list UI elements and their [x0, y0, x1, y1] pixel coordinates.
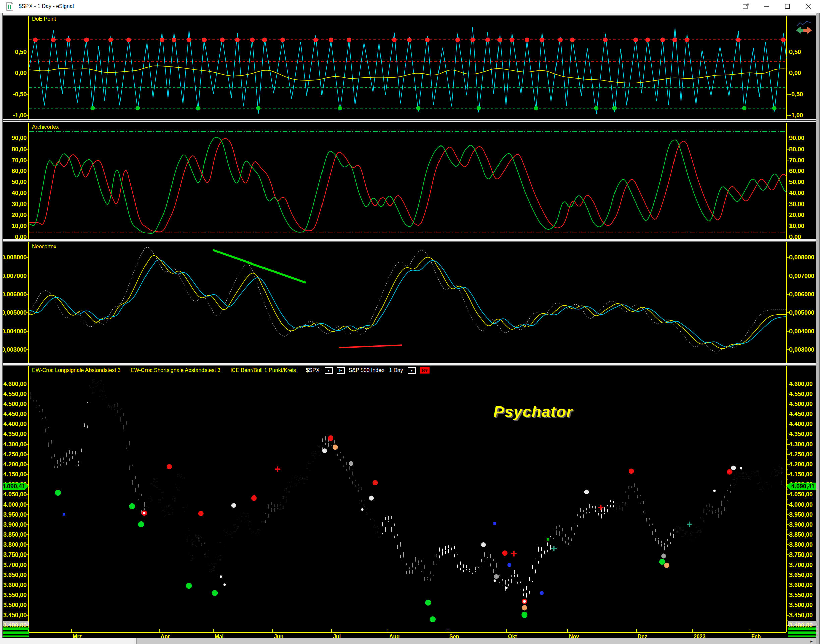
- interval-dropdown-button[interactable]: ▾: [408, 367, 416, 374]
- price-signal-markers: [55, 435, 742, 622]
- price-tick-label: 4.400,00: [3, 421, 27, 428]
- candle-down: [120, 410, 122, 417]
- doe-top-signal-dot: [570, 37, 575, 42]
- price-tick-label: 4.500,00: [3, 400, 27, 407]
- scrollbar-thumb[interactable]: [0, 638, 137, 644]
- price-tick-label-right: 3.700,00: [789, 561, 812, 568]
- archicortex-tick-label-right: 20,00: [789, 212, 804, 218]
- candle-up: [507, 581, 510, 584]
- candle-down: [366, 509, 368, 514]
- candle-up: [607, 506, 609, 509]
- candle-down: [48, 428, 50, 443]
- candle-up: [429, 574, 431, 579]
- candle-down: [613, 503, 615, 505]
- study-label-ew-croc-short[interactable]: EW-Croc Shortsignale Abstandstest 3: [131, 367, 220, 373]
- price-tick-label-right: 3.550,00: [789, 592, 812, 598]
- archicortex-tick-label: 10,00: [12, 222, 27, 229]
- candle-down: [159, 488, 161, 499]
- candle-up: [243, 516, 245, 517]
- doe-top-signal-dot: [33, 37, 38, 42]
- doe-top-signal-dot: [187, 37, 192, 42]
- candle-up: [81, 452, 83, 462]
- doe-point-tick-label-right: -0,50: [789, 91, 803, 98]
- candle-down: [252, 529, 254, 534]
- marker-green-circle-long-signal: [659, 558, 665, 564]
- panel-divider-top[interactable]: [0, 13, 820, 17]
- candle-down: [462, 568, 464, 570]
- popout-button[interactable]: [736, 0, 756, 13]
- price-tick-label-right: 4.400,00: [789, 421, 812, 428]
- study-label-ew-croc-long[interactable]: EW-Croc Longsignale Abstandstest 3: [32, 367, 121, 373]
- candle-down: [778, 471, 780, 474]
- doe-point-tick-label: 0,00: [15, 70, 27, 77]
- neocortex-tick-label: 0,006000: [2, 291, 27, 298]
- price-tick-label-right: 4.000,00: [789, 501, 812, 508]
- panel-divider-3[interactable]: [0, 363, 820, 366]
- candle-up: [267, 509, 269, 514]
- candle-up: [327, 442, 329, 443]
- current-price-tags: 4.090,414.090,41: [2, 483, 817, 490]
- marker-white-circle: [584, 490, 589, 494]
- candle-down: [631, 488, 633, 489]
- maximize-button[interactable]: [777, 0, 798, 13]
- candle-up: [628, 489, 630, 495]
- price-tick-label: 3.600,00: [3, 582, 27, 588]
- interval-label[interactable]: 1 Day: [389, 367, 403, 373]
- candle-down: [655, 532, 657, 538]
- candle-down: [616, 504, 618, 506]
- candle-down: [619, 507, 621, 508]
- candle-up: [540, 551, 543, 554]
- minimize-button[interactable]: [756, 0, 777, 13]
- candle-down: [249, 523, 251, 529]
- candle-up: [432, 565, 434, 575]
- price-tick-label-right: 3.900,00: [789, 521, 812, 528]
- candle-down: [592, 508, 594, 509]
- symbol-label[interactable]: $SPX: [306, 367, 320, 373]
- price-tick-label: 3.500,00: [3, 602, 27, 609]
- doe-top-signal-dot: [202, 37, 207, 42]
- price-tick-label: 4.450,00: [3, 411, 27, 417]
- candle-down: [102, 390, 104, 397]
- price-tick-label: 4.050,00: [3, 491, 27, 498]
- marker-blue-square: [494, 522, 496, 524]
- candle-up: [306, 468, 308, 476]
- marker-white-dot: [713, 490, 716, 492]
- panel-divider-1[interactable]: [0, 119, 820, 123]
- r-mode-button[interactable]: R▾: [420, 367, 430, 374]
- candle-down: [757, 475, 759, 483]
- doe-point-tick-label-right: 0,00: [789, 70, 801, 77]
- neocortex-trendline-support[interactable]: [339, 345, 402, 348]
- horizontal-scrollbar[interactable]: [0, 638, 815, 644]
- doe-top-signal-dot: [84, 37, 89, 42]
- candle-up: [610, 501, 612, 504]
- interval-letter-button[interactable]: I▾: [337, 367, 345, 374]
- candle-down: [652, 525, 654, 531]
- candle-down: [685, 534, 687, 534]
- archicortex-tick-label-right: 10,00: [789, 222, 804, 229]
- candle-down: [369, 514, 371, 520]
- candle-down: [375, 527, 377, 532]
- chart-canvas[interactable]: 0,500,500,000,00-0,50-0,50-1,00-1,0090,0…: [0, 0, 820, 644]
- marker-grey-circle: [349, 461, 353, 466]
- panel-divider-2[interactable]: [0, 239, 820, 242]
- candle-up: [766, 485, 768, 489]
- close-button[interactable]: [798, 0, 818, 13]
- candle-down: [595, 509, 597, 510]
- scrollbar-right-arrow[interactable]: ▸: [807, 638, 815, 644]
- candle-up: [742, 477, 744, 478]
- price-tick-label-right: 4.300,00: [789, 441, 812, 448]
- price-candles: [29, 379, 786, 597]
- candle-up: [285, 493, 287, 498]
- price-tick-label: 3.450,00: [3, 612, 27, 618]
- candle-up: [69, 454, 71, 458]
- candle-down: [210, 564, 212, 569]
- candle-up: [694, 532, 696, 534]
- candle-up: [324, 440, 326, 442]
- study-label-ice-bear-bull[interactable]: ICE Bear/Bull 1 Punkt/Kreis: [230, 367, 296, 373]
- candle-down: [492, 561, 495, 569]
- candle-up: [318, 447, 320, 451]
- candle-down: [760, 481, 762, 488]
- symbol-dropdown-button[interactable]: ▾: [325, 367, 333, 374]
- chart-navigate-arrows-icon[interactable]: [795, 21, 812, 35]
- window-controls: [736, 0, 818, 13]
